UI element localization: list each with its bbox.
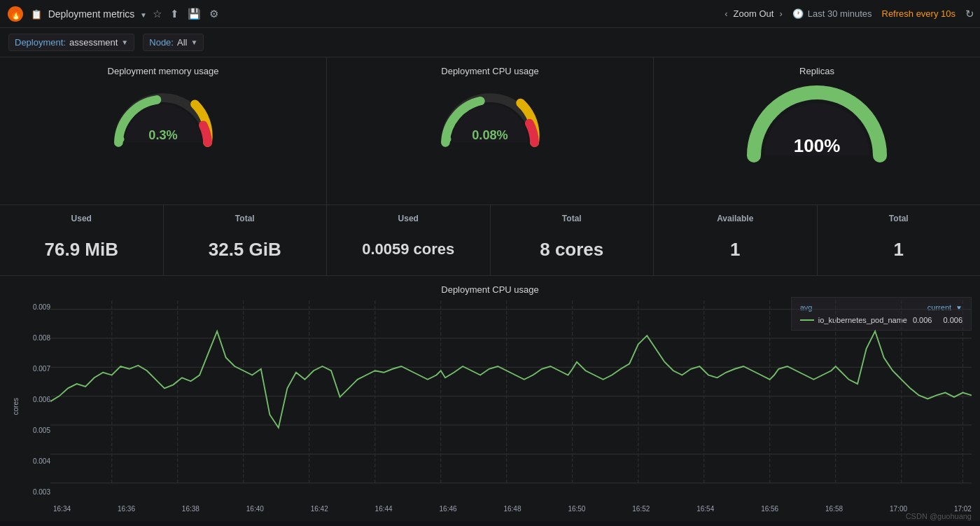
- x-label-16-56: 16:56: [761, 505, 778, 513]
- stat-memory-used-value: 76.9 MiB: [11, 239, 152, 261]
- x-label-16-50: 16:50: [568, 505, 585, 513]
- x-label-16-54: 16:54: [696, 505, 714, 513]
- grafana-logo[interactable]: 🔥: [6, 4, 25, 24]
- nav-dropdown-button[interactable]: 📋 Deployment metrics ▼: [31, 8, 147, 20]
- memory-panel-title: Deployment memory usage: [108, 66, 219, 76]
- x-label-16-48: 16:48: [503, 505, 521, 513]
- y-val-0.007: 0.007: [33, 365, 50, 373]
- node-filter-label: Node:: [149, 37, 174, 48]
- dashboard-title: Deployment metrics: [48, 8, 135, 20]
- cpu-panel-title: Deployment CPU usage: [441, 66, 538, 76]
- x-label-16-40: 16:40: [246, 505, 264, 513]
- watermark: CSDN @guohuang: [906, 512, 972, 520]
- deployment-filter-value: assessment: [69, 37, 118, 48]
- x-label-16-58: 16:58: [825, 505, 843, 513]
- stat-replicas-available: Available 1: [654, 205, 818, 275]
- y-axis-label-container: cores: [8, 300, 22, 513]
- stat-cpu-used-label: Used: [338, 214, 479, 223]
- save-button[interactable]: 💾: [188, 8, 201, 20]
- cpu-gauge-panel: Deployment CPU usage 0.08%: [327, 57, 654, 205]
- zoom-back-button[interactable]: ‹: [724, 8, 727, 19]
- deployment-chevron-icon: ▼: [121, 39, 128, 46]
- x-label-16-38: 16:38: [182, 505, 200, 513]
- chart-svg: [50, 300, 972, 502]
- stat-replicas-total-label: Total: [829, 214, 969, 223]
- svg-point-4: [444, 136, 451, 142]
- cpu-chart-panel: Deployment CPU usage avg current ▼ io_ku…: [0, 276, 980, 521]
- svg-text:100%: 100%: [794, 135, 841, 156]
- stat-cpu-total-value: 8 cores: [502, 239, 643, 261]
- x-label-16-36: 16:36: [118, 505, 135, 513]
- svg-text:🔥: 🔥: [10, 8, 22, 20]
- cpu-gauge: 0.08%: [427, 82, 553, 152]
- memory-gauge-panel: Deployment memory usage 0.3%: [0, 57, 327, 205]
- stat-replicas-total-value: 1: [829, 239, 969, 261]
- svg-text:0.08%: 0.08%: [472, 128, 508, 142]
- replicas-gauge: 100%: [740, 82, 894, 166]
- gauge-panels-row: Deployment memory usage 0.3% Deployme: [0, 57, 980, 205]
- y-val-0.009: 0.009: [33, 303, 50, 311]
- replicas-gauge-panel: Replicas 100%: [654, 57, 980, 205]
- clock-icon: 🕐: [792, 8, 804, 19]
- svg-text:0.3%: 0.3%: [148, 128, 177, 142]
- star-button[interactable]: ☆: [153, 8, 162, 20]
- stat-cpu-total: Total 8 cores: [491, 205, 654, 275]
- stat-memory-total-value: 32.5 GiB: [175, 239, 316, 261]
- nav-right: ‹ Zoom Out › 🕐 Last 30 minutes Refresh e…: [724, 8, 974, 20]
- time-range-control[interactable]: 🕐 Last 30 minutes: [792, 8, 872, 19]
- cpu-gauge-svg: 0.08%: [427, 82, 553, 152]
- chart-title: Deployment CPU usage: [8, 284, 972, 295]
- y-axis-values: 0.009 0.008 0.007 0.006 0.005 0.004 0.00…: [22, 300, 50, 513]
- deployment-filter-label: Deployment:: [15, 37, 66, 48]
- stat-replicas-available-label: Available: [665, 214, 806, 223]
- stat-memory-used: Used 76.9 MiB: [0, 205, 164, 275]
- y-val-0.006: 0.006: [33, 396, 50, 403]
- replicas-panel-title: Replicas: [799, 66, 834, 76]
- x-label-16-46: 16:46: [440, 505, 457, 513]
- deployment-filter[interactable]: Deployment: assessment ▼: [8, 34, 134, 51]
- stat-cpu-total-label: Total: [502, 214, 643, 223]
- svg-point-2: [118, 136, 124, 142]
- y-val-0.005: 0.005: [33, 427, 50, 434]
- y-val-0.003: 0.003: [33, 488, 50, 496]
- zoom-forward-button[interactable]: ›: [779, 8, 782, 19]
- node-filter[interactable]: Node: All ▼: [143, 34, 204, 51]
- y-val-0.004: 0.004: [33, 457, 50, 465]
- top-navigation: 🔥 📋 Deployment metrics ▼ ☆ ⬆ 💾 ⚙ ‹ Zoom …: [0, 0, 980, 28]
- x-label-16-52: 16:52: [632, 505, 650, 513]
- share-button[interactable]: ⬆: [170, 8, 179, 20]
- filter-bar: Deployment: assessment ▼ Node: All ▼: [0, 28, 980, 57]
- time-range-label: Last 30 minutes: [808, 8, 872, 19]
- zoom-controls: ‹ Zoom Out ›: [724, 8, 782, 19]
- x-label-16-42: 16:42: [311, 505, 328, 513]
- stat-replicas-total: Total 1: [818, 205, 981, 275]
- x-label-17-00: 17:00: [890, 505, 907, 513]
- refresh-button[interactable]: ↻: [965, 8, 974, 20]
- nav-actions: ☆ ⬆ 💾 ⚙: [153, 8, 218, 20]
- y-val-0.008: 0.008: [33, 334, 50, 342]
- stat-cpu-used-value: 0.0059 cores: [338, 240, 479, 258]
- memory-gauge-svg: 0.3%: [100, 82, 226, 152]
- chart-inner: 16:34 16:36 16:38 16:40 16:42 16:44 16:4…: [50, 300, 972, 513]
- chart-body: cores 0.009 0.008 0.007 0.006 0.005 0.00…: [8, 300, 972, 513]
- node-chevron-icon: ▼: [190, 39, 197, 46]
- stat-cpu-used: Used 0.0059 cores: [327, 205, 491, 275]
- replicas-gauge-svg: 100%: [740, 82, 894, 166]
- refresh-rate-label: Refresh every 10s: [882, 8, 956, 19]
- memory-gauge: 0.3%: [100, 82, 226, 152]
- y-axis-label: cores: [12, 398, 20, 415]
- x-label-16-34: 16:34: [53, 505, 71, 513]
- stat-replicas-available-value: 1: [665, 239, 806, 261]
- stat-memory-used-label: Used: [11, 214, 152, 223]
- x-label-16-44: 16:44: [375, 505, 393, 513]
- title-chevron: ▼: [140, 11, 147, 19]
- settings-button[interactable]: ⚙: [209, 8, 218, 20]
- x-axis-labels: 16:34 16:36 16:38 16:40 16:42 16:44 16:4…: [50, 505, 972, 513]
- stat-memory-total-label: Total: [175, 214, 316, 223]
- nav-left: 🔥 📋 Deployment metrics ▼ ☆ ⬆ 💾 ⚙: [6, 4, 218, 24]
- stats-row: Used 76.9 MiB Total 32.5 GiB Used 0.0059…: [0, 205, 980, 276]
- stat-memory-total: Total 32.5 GiB: [164, 205, 328, 275]
- zoom-out-button[interactable]: Zoom Out: [734, 8, 774, 19]
- node-filter-value: All: [177, 37, 187, 48]
